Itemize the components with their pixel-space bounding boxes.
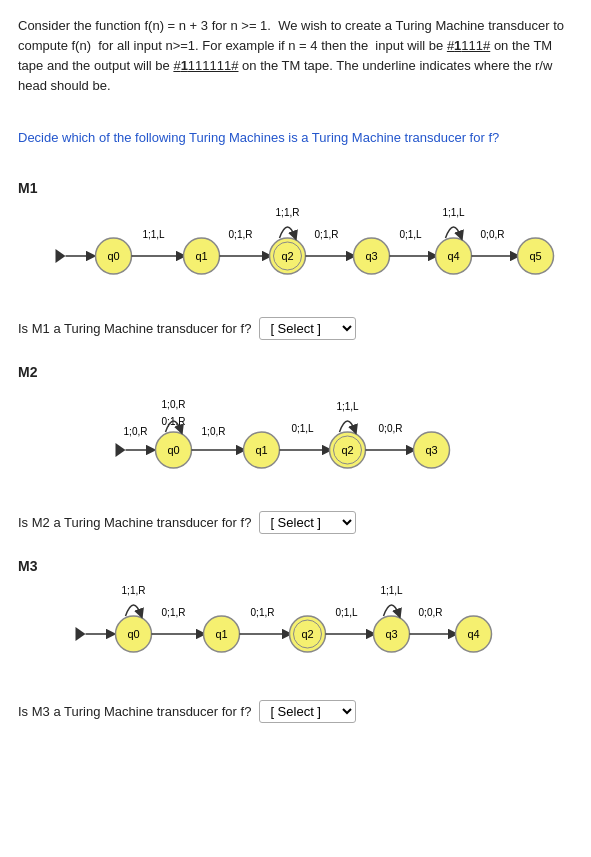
m1-select[interactable]: [ Select ] Yes No xyxy=(259,317,356,340)
svg-text:1;0,R: 1;0,R xyxy=(162,399,186,410)
svg-text:q5: q5 xyxy=(529,250,541,262)
svg-text:1;1,L: 1;1,L xyxy=(380,585,403,596)
svg-text:0;0,R: 0;0,R xyxy=(419,607,443,618)
svg-text:q1: q1 xyxy=(215,628,227,640)
svg-text:q3: q3 xyxy=(385,628,397,640)
m1-label: M1 xyxy=(18,180,573,196)
svg-text:0;1,R: 0;1,R xyxy=(315,229,339,240)
svg-marker-28 xyxy=(116,443,126,457)
m1-question-text: Is M1 a Turing Machine transducer for f? xyxy=(18,321,251,336)
svg-text:q0: q0 xyxy=(167,444,179,456)
svg-text:q1: q1 xyxy=(255,444,267,456)
svg-text:1;1,R: 1;1,R xyxy=(276,207,300,218)
m2-question-text: Is M2 a Turing Machine transducer for f? xyxy=(18,515,251,530)
m3-section: M3 q0 0;1,R q1 0;1,R q2 0;1,L q3 0;0,R xyxy=(18,558,573,723)
svg-text:0;1,R: 0;1,R xyxy=(229,229,253,240)
m1-section: M1 q0 1;1,L q1 0;1,R q2 0;1,R q3 0;1,L xyxy=(18,180,573,340)
svg-text:1;1,L: 1;1,L xyxy=(142,229,165,240)
svg-text:q2: q2 xyxy=(341,444,353,456)
svg-text:0;1,R: 0;1,R xyxy=(162,607,186,618)
m3-select[interactable]: [ Select ] Yes No xyxy=(259,700,356,723)
m3-question-text: Is M3 a Turing Machine transducer for f? xyxy=(18,704,251,719)
svg-text:q2: q2 xyxy=(281,250,293,262)
svg-text:1;1,L: 1;1,L xyxy=(442,207,465,218)
svg-text:1;0,R: 1;0,R xyxy=(202,426,226,437)
m1-diagram: q0 1;1,L q1 0;1,R q2 0;1,R q3 0;1,L q4 0… xyxy=(18,206,573,306)
svg-text:0;1,L: 0;1,L xyxy=(335,607,358,618)
svg-text:0;0,R: 0;0,R xyxy=(481,229,505,240)
svg-marker-1 xyxy=(56,249,66,263)
m2-section: M2 q0 0;1,R 1;0,R q1 0;1,L q2 0;0,R xyxy=(18,364,573,534)
m2-select-row: Is M2 a Turing Machine transducer for f?… xyxy=(18,511,573,534)
svg-text:0;0,R: 0;0,R xyxy=(379,423,403,434)
svg-text:q0: q0 xyxy=(127,628,139,640)
svg-text:q2: q2 xyxy=(301,628,313,640)
svg-text:1;1,R: 1;1,R xyxy=(122,585,146,596)
m2-diagram: q0 0;1,R 1;0,R q1 0;1,L q2 0;0,R q3 1;0,… xyxy=(18,390,573,500)
svg-text:0;1,R: 0;1,R xyxy=(251,607,275,618)
svg-marker-50 xyxy=(76,627,86,641)
m3-diagram: q0 0;1,R q1 0;1,R q2 0;1,L q3 0;0,R q4 1 xyxy=(18,584,573,689)
intro-text: Consider the function f(n) = n + 3 for n… xyxy=(18,16,573,97)
question-text: Decide which of the following Turing Mac… xyxy=(18,130,573,145)
svg-text:q1: q1 xyxy=(195,250,207,262)
svg-text:q4: q4 xyxy=(447,250,459,262)
m1-select-row: Is M1 a Turing Machine transducer for f?… xyxy=(18,317,573,340)
svg-text:q3: q3 xyxy=(365,250,377,262)
m3-label: M3 xyxy=(18,558,573,574)
m2-select[interactable]: [ Select ] Yes No xyxy=(259,511,356,534)
svg-text:1;1,L: 1;1,L xyxy=(336,401,359,412)
m2-label: M2 xyxy=(18,364,573,380)
svg-text:0;1,L: 0;1,L xyxy=(399,229,422,240)
svg-text:q3: q3 xyxy=(425,444,437,456)
m3-select-row: Is M3 a Turing Machine transducer for f?… xyxy=(18,700,573,723)
svg-text:1;0,R: 1;0,R xyxy=(124,426,148,437)
svg-text:q0: q0 xyxy=(107,250,119,262)
svg-text:q4: q4 xyxy=(467,628,479,640)
svg-text:0;1,L: 0;1,L xyxy=(291,423,314,434)
